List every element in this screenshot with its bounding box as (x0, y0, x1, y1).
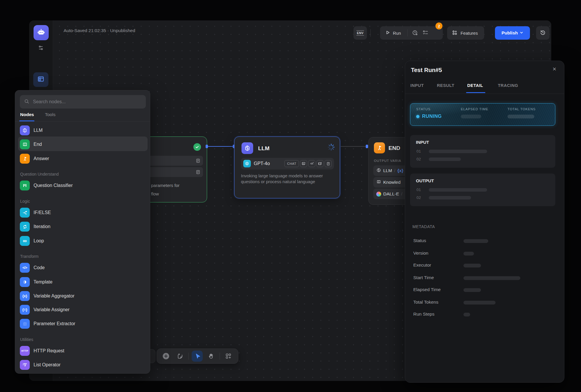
meta-skeleton (463, 276, 520, 280)
palette-item-parameter-extractor[interactable]: Parameter Extractor (20, 317, 146, 331)
palette-item-label: Answer (34, 156, 49, 161)
toolbar-divider (220, 353, 220, 360)
palette-item-http-request[interactable]: HTTP HTTP Request (20, 344, 146, 358)
organize-nodes-button[interactable] (223, 351, 234, 362)
hand-tool-button[interactable] (206, 351, 217, 362)
meta-elapsed-time-label: Elapsed Time (413, 287, 441, 292)
run-button[interactable]: Run (385, 30, 401, 36)
features-label: Features (461, 31, 478, 36)
tab-detail[interactable]: DETAIL (467, 83, 483, 88)
output-title: OUTPUT (416, 178, 434, 183)
video-icon (316, 160, 323, 167)
llm-node-description: Invoking large language models to answer… (241, 173, 335, 184)
palette-item-label: Template (34, 279, 52, 285)
metadata-title: METADATA (412, 224, 435, 229)
template-icon (20, 277, 30, 287)
close-icon[interactable]: × (550, 64, 559, 74)
run-group-divider (407, 29, 408, 36)
palette-item-if-else[interactable]: IF/ELSE (20, 206, 146, 220)
meta-status-label: Status (413, 238, 426, 243)
palette-item-end[interactable]: End (20, 137, 146, 151)
search-input[interactable] (32, 99, 142, 105)
llm-brain-icon (20, 125, 30, 135)
end-var-name: LLM (383, 168, 392, 173)
doc-icon (325, 160, 332, 167)
palette-item-variable-assigner[interactable]: {=} Variable Assigner (20, 303, 146, 317)
app-root: Auto-Saved 21:02:35 · Unpublished ENV Ru… (0, 0, 581, 392)
add-note-button[interactable] (174, 351, 186, 362)
palette-item-label: Code (34, 265, 45, 270)
publish-button[interactable]: Publish (495, 26, 530, 40)
palette-item-list-operator[interactable]: List Operator (20, 358, 146, 372)
toolbar-divider (370, 29, 371, 37)
code-icon: </> (20, 263, 30, 273)
tab-tracing[interactable]: TRACING (498, 83, 518, 88)
llm-node[interactable]: LLM GPT-4o CHAT Invoking large language … (234, 136, 340, 198)
loading-spinner (327, 143, 335, 152)
elapsed-time-label: ELAPSED TIME (461, 107, 488, 111)
tab-tools[interactable]: Tools (45, 112, 55, 117)
palette-item-code[interactable]: </> Code (20, 261, 146, 275)
edge-source-handle[interactable] (206, 145, 208, 148)
timer-icon[interactable] (412, 29, 418, 37)
tab-nodes[interactable]: Nodes (20, 112, 34, 117)
model-selector[interactable]: GPT-4o CHAT (241, 158, 334, 169)
section-question-understand: Question Understand (20, 172, 59, 176)
edge-target-handle[interactable] (366, 145, 368, 148)
divider (405, 94, 564, 94)
llm-node-title: LLM (258, 145, 270, 152)
pointer-tool-button[interactable] (192, 351, 203, 362)
loop-infinity-icon: ∞ (20, 236, 30, 246)
search-icon (24, 99, 29, 105)
palette-item-variable-aggregator[interactable]: {x} Variable Aggregator (20, 289, 146, 303)
variable-token: {x} (397, 168, 403, 173)
tab-result[interactable]: RESULT (437, 83, 454, 88)
input-card: INPUT 01 02 (410, 135, 555, 168)
history-icon (540, 29, 546, 37)
output-variables-label: OUTPUT VARIA (374, 159, 401, 162)
history-button[interactable] (536, 26, 550, 40)
preview-panel-button[interactable] (33, 72, 48, 87)
features-button[interactable]: Features (447, 26, 484, 40)
workflow-settings-icon[interactable] (37, 44, 44, 51)
test-run-panel: Test Run#5 × INPUT RESULT DETAIL TRACING… (405, 61, 564, 383)
value-skeleton (429, 196, 471, 200)
meta-total-tokens-label: Total Tokens (413, 300, 438, 305)
row-index: 01 (416, 149, 421, 153)
search-box[interactable] (20, 95, 146, 108)
palette-item-answer[interactable]: Answer (20, 152, 146, 166)
active-tab-underline (466, 92, 485, 93)
start-node-description: parameters for flow (151, 181, 180, 198)
tab-input[interactable]: INPUT (410, 83, 424, 88)
add-node-button[interactable] (160, 351, 172, 362)
meta-skeleton (463, 288, 481, 292)
checklist-icon[interactable] (422, 29, 429, 37)
variable-aggregator-icon: {x} (20, 291, 30, 301)
dalle-icon (376, 192, 381, 197)
autosave-status: Auto-Saved 21:02:35 · Unpublished (64, 28, 135, 33)
knowledge-book-icon (376, 179, 381, 186)
env-button[interactable]: ENV (354, 26, 367, 40)
classifier-icon (20, 181, 30, 190)
app-logo[interactable] (34, 25, 49, 40)
palette-item-template[interactable]: Template (20, 275, 146, 289)
palette-item-label: IF/ELSE (34, 210, 51, 215)
divider (15, 121, 150, 122)
meta-version-label: Version (413, 251, 428, 256)
palette-item-llm[interactable]: LLM (20, 123, 146, 137)
llm-outline-icon (376, 168, 381, 174)
palette-item-label: HTTP Request (34, 348, 64, 354)
parameter-extractor-icon (20, 319, 30, 329)
palette-item-label: End (34, 142, 42, 147)
end-book-icon (20, 139, 30, 149)
palette-item-label: List Operator (34, 362, 60, 368)
meta-skeleton (463, 252, 474, 256)
palette-item-loop[interactable]: ∞ Loop (20, 234, 146, 248)
palette-item-question-classifier[interactable]: Question Classifier (20, 178, 146, 192)
http-icon: HTTP (20, 346, 30, 356)
palette-item-iteration[interactable]: Iteration (20, 220, 146, 234)
end-var-name: Knowled (383, 180, 400, 185)
run-label: Run (393, 31, 401, 36)
status-label: STATUS (416, 107, 430, 111)
meta-skeleton (463, 313, 470, 316)
